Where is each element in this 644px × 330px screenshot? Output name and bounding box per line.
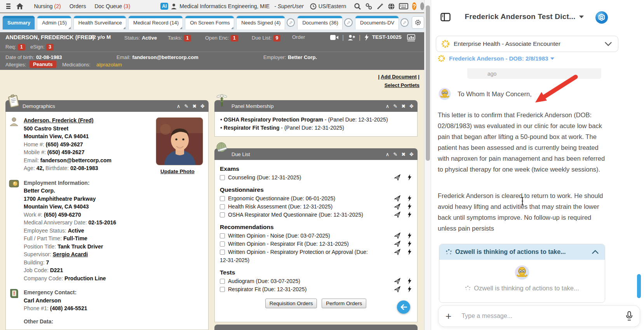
main-scrollbar[interactable] <box>424 0 431 330</box>
checkbox[interactable] <box>220 175 225 180</box>
collapse-icon[interactable]: ∧ <box>386 103 390 109</box>
perform-bolt-icon[interactable] <box>407 212 412 218</box>
edit-icon[interactable]: ✎ <box>393 151 397 157</box>
send-icon[interactable] <box>394 278 400 284</box>
allergy-badge[interactable]: Peanuts <box>30 61 56 68</box>
close-icon[interactable]: ✖ <box>401 151 406 157</box>
main-scrollbar-thumb[interactable] <box>426 5 430 161</box>
chevron-down-icon[interactable] <box>605 42 612 46</box>
wand-icon[interactable] <box>376 3 384 10</box>
patient-photo[interactable] <box>156 117 203 165</box>
checkbox[interactable] <box>220 287 225 292</box>
ai-badge[interactable]: AI <box>160 3 168 10</box>
checkbox[interactable] <box>220 250 225 255</box>
close-icon[interactable]: ✖ <box>401 103 406 109</box>
bar-chart-icon[interactable] <box>407 34 415 42</box>
needs-signed-external-icon[interactable]: ⬀ <box>287 18 295 27</box>
perform-bolt-icon[interactable] <box>407 286 412 292</box>
send-icon[interactable] <box>394 286 400 292</box>
perform-orders-button[interactable]: Perform Orders <box>322 299 366 308</box>
tab-documents-dv[interactable]: Documents-DV <box>355 16 399 30</box>
req-badge[interactable]: 1 <box>18 44 25 50</box>
tab-documents[interactable]: Documents (36) <box>297 16 343 30</box>
panel-membership-header[interactable]: Panel Membership ∧ ✎ ✖ ✥ <box>214 100 418 112</box>
add-person-icon[interactable] <box>347 35 356 41</box>
collapse-panel-arrow-button[interactable] <box>397 300 410 314</box>
open-enc-badge[interactable]: 1 <box>231 35 238 42</box>
checkbox[interactable] <box>220 279 225 284</box>
keyboard-icon[interactable] <box>399 3 408 9</box>
documents-dv-external-icon[interactable]: ⬀ <box>400 18 409 27</box>
esign-badge[interactable]: 3 <box>46 44 54 50</box>
edit-icon[interactable]: ✎ <box>184 103 188 109</box>
move-icon[interactable]: ✥ <box>409 103 414 109</box>
send-icon[interactable] <box>394 233 400 239</box>
help-icon[interactable]: ? <box>412 2 416 10</box>
checkbox[interactable] <box>220 241 225 247</box>
demographics-header[interactable]: Demographics ∧ ✎ ✖ ✥ <box>5 100 209 112</box>
perform-bolt-icon[interactable] <box>407 233 412 239</box>
send-icon[interactable] <box>394 203 400 210</box>
encounter-selector[interactable]: Enterprise Health - Associate Encounter <box>436 36 618 52</box>
update-photo-link[interactable]: Update Photo <box>160 168 195 174</box>
home-icon[interactable] <box>16 3 24 10</box>
close-icon[interactable]: ✖ <box>192 103 197 109</box>
bluehive-logo-icon[interactable] <box>595 11 608 24</box>
checkbox[interactable] <box>220 204 225 209</box>
collapse-icon[interactable]: ∧ <box>177 103 181 109</box>
move-icon[interactable]: ✥ <box>200 103 205 109</box>
perform-bolt-icon[interactable] <box>407 249 412 255</box>
nav-nursing[interactable]: Nursing (2) <box>34 3 61 9</box>
due-list-badge[interactable]: 9 <box>273 35 281 42</box>
menu-icon[interactable] <box>6 3 10 9</box>
tab-health-surveillance[interactable]: Health Surveillance <box>73 16 126 30</box>
conversation-title-dropdown[interactable]: Frederick Anderson Test Dict... <box>458 12 590 21</box>
collapse-icon[interactable]: ∧ <box>386 151 390 157</box>
move-icon[interactable]: ✥ <box>409 151 414 157</box>
checkbox[interactable] <box>220 196 225 201</box>
microphone-icon[interactable] <box>626 311 633 321</box>
tab-summary[interactable]: Summary <box>2 16 35 30</box>
add-document-link[interactable]: | Add Document | <box>378 74 419 80</box>
tab-needs-signed[interactable]: Needs Signed (4) <box>236 16 285 30</box>
sidebar-toggle-icon[interactable] <box>440 13 451 21</box>
order-link[interactable]: Order <box>292 34 305 40</box>
chevron-up-icon[interactable] <box>592 250 599 254</box>
tasks-badge[interactable]: 1 <box>184 35 191 42</box>
nav-orders[interactable]: Orders <box>70 3 86 9</box>
due-list-header[interactable]: Due List ∧ ✎ ✖ ✥ <box>214 148 418 160</box>
supervisor-link[interactable]: Sergio Acardi <box>53 251 88 257</box>
perform-bolt-icon[interactable] <box>407 241 412 247</box>
attach-plus-icon[interactable]: + <box>446 311 451 321</box>
clock-icon[interactable] <box>310 3 317 10</box>
thinking-accordion-header[interactable]: Ozwell is thinking of actions to take... <box>439 244 605 260</box>
video-camera-icon[interactable] <box>330 35 339 40</box>
perform-bolt-icon[interactable] <box>407 195 412 201</box>
checkbox[interactable] <box>220 233 225 238</box>
panel-scrollbar-thumb[interactable] <box>637 274 641 298</box>
tab-settings-gear-icon[interactable] <box>412 16 424 29</box>
send-icon[interactable] <box>394 174 400 181</box>
documents-external-icon[interactable]: ⬀ <box>344 18 353 27</box>
perform-bolt-icon[interactable] <box>407 203 412 210</box>
checkbox[interactable] <box>220 212 225 217</box>
tab-admin[interactable]: Admin (15) <box>37 16 71 30</box>
lightning-icon[interactable] <box>364 34 369 41</box>
requisition-orders-button[interactable]: Requisition Orders <box>265 299 317 308</box>
message-input[interactable]: Type a message... <box>461 313 626 320</box>
send-icon[interactable] <box>394 195 400 201</box>
search-icon[interactable] <box>354 3 361 10</box>
send-icon[interactable] <box>394 249 400 255</box>
send-icon[interactable] <box>394 212 400 218</box>
edit-icon[interactable]: ✎ <box>393 103 397 109</box>
nav-doc-queue[interactable]: Doc Queue (3) <box>94 3 130 9</box>
perform-bolt-icon[interactable] <box>407 278 412 284</box>
patient-context-dropdown[interactable]: Frederick Anderson - DOB: 2/8/1983 <box>437 54 554 63</box>
tab-on-screen-forms[interactable]: On Screen Forms <box>185 16 234 30</box>
link-icon[interactable] <box>365 3 372 10</box>
perform-bolt-icon[interactable] <box>407 174 412 181</box>
message-input-bar[interactable]: + Type a message... <box>438 305 640 327</box>
patient-name-link[interactable]: Anderson, Frederick (Fred) <box>24 116 152 125</box>
tab-medical-record[interactable]: Medical Record (14) <box>128 16 183 30</box>
send-icon[interactable] <box>394 241 400 247</box>
